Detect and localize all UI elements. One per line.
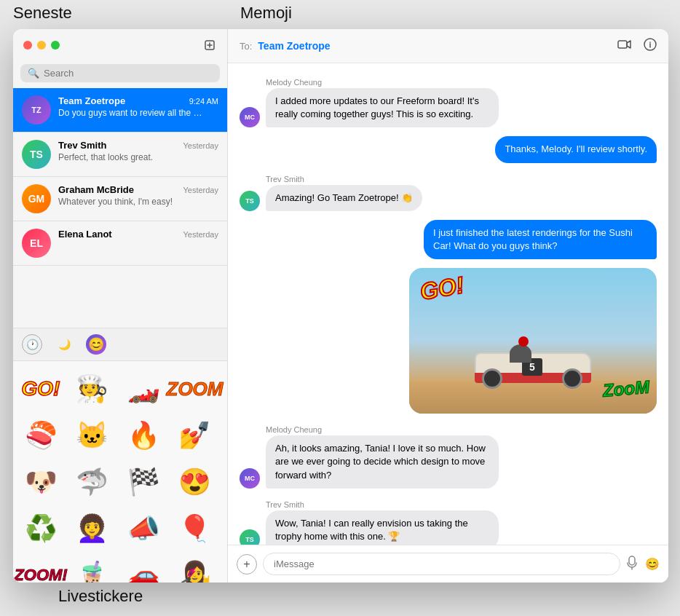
sticker-grid: GO! 🧑‍🍳 🏎️ ZOOM 🍣 🐱: [13, 361, 227, 583]
message-group-5: 5 GO! Zo: [240, 268, 657, 414]
bubble-7: Wow, Tania! I can really envision us tak…: [266, 510, 499, 545]
sticker-recycle[interactable]: ♻️: [19, 507, 63, 550]
chat-title: Team Zoetrope: [258, 40, 330, 52]
msg-row-7: TS Wow, Tania! I can really envision us …: [240, 510, 657, 545]
title-bar: [13, 29, 227, 61]
sticker-flag[interactable]: 🏁: [122, 460, 165, 504]
conversation-item-trev-smith[interactable]: TS Trev Smith Yesterday Perfect, that lo…: [13, 133, 227, 177]
conv-preview-graham-mcbride: Whatever you think, I'm easy!: [58, 197, 204, 207]
sushi-car-image: 5 GO! Zo: [409, 268, 657, 414]
message-group-1: Melody Cheung MC I added more updates to…: [240, 75, 657, 127]
conversation-item-team-zoetrope[interactable]: TZ Team Zoetrope 9:24 AM Do you guys wan…: [13, 88, 227, 133]
conv-time-team-zoetrope: 9:24 AM: [189, 97, 218, 106]
msg-row-3: TS Amazing! Go Team Zoetrope! 👏: [240, 185, 657, 211]
search-input[interactable]: [44, 68, 213, 79]
sticker-racecar[interactable]: 🏎️: [122, 367, 165, 411]
compose-button[interactable]: [202, 38, 217, 52]
sender-name-3: Trev Smith: [266, 175, 304, 183]
sticker-tabs: 🕐 🌙 😊: [13, 328, 227, 361]
msg-row-6: MC Ah, it looks amazing, Tania! I love i…: [240, 435, 657, 489]
search-bar: 🔍: [20, 64, 220, 82]
info-icon[interactable]: [644, 38, 657, 54]
emoji-icon[interactable]: 😊: [645, 557, 660, 571]
conv-time-graham-mcbride: Yesterday: [183, 186, 218, 194]
sticker-zoom[interactable]: ZOOM: [173, 367, 217, 411]
chat-header-right: [617, 38, 657, 54]
to-label: To:: [240, 41, 252, 52]
add-button[interactable]: +: [237, 554, 257, 574]
messages-area: Melody Cheung MC I added more updates to…: [228, 63, 668, 545]
avatar-elena-lanot: EL: [22, 229, 51, 258]
sticker-girl-phone[interactable]: 💅: [173, 414, 217, 457]
conv-name-graham-mcbride: Graham McBride: [58, 184, 134, 195]
sticker-shark[interactable]: 🦈: [71, 460, 114, 504]
sticker-memoji-girl[interactable]: 👩‍🦱: [71, 507, 114, 550]
fullscreen-button[interactable]: [51, 41, 60, 50]
conv-name-trev-smith: Trev Smith: [58, 140, 106, 151]
msg-row-5: 5 GO! Zo: [240, 268, 657, 414]
sticker-car[interactable]: 🚗: [122, 553, 165, 583]
chat-header: To: Team Zoetrope: [228, 29, 668, 63]
bubble-6: Ah, it looks amazing, Tania! I love it s…: [266, 435, 499, 489]
sticker-balloon[interactable]: 🎈: [173, 507, 217, 550]
conv-time-trev-smith: Yesterday: [183, 141, 218, 150]
sticker-sushi[interactable]: 🍣: [19, 414, 63, 457]
bubble-1: I added more updates to our Freeform boa…: [266, 88, 499, 127]
avatar-graham-mcbride: GM: [22, 184, 51, 213]
svg-rect-1: [618, 41, 627, 48]
sticker-dog[interactable]: 🐶: [19, 460, 63, 504]
video-call-icon[interactable]: [617, 39, 632, 52]
sticker-foam-finger[interactable]: 📣: [122, 507, 165, 550]
avatar-mc-6: MC: [240, 468, 260, 489]
sticker-heart-eyes[interactable]: 😍: [173, 460, 217, 504]
msg-row-4: I just finished the latest renderings fo…: [240, 220, 657, 259]
conversation-list: TZ Team Zoetrope 9:24 AM Do you guys wan…: [13, 88, 227, 328]
message-group-3: Trev Smith TS Amazing! Go Team Zoetrope!…: [240, 172, 657, 211]
avatar-team-zoetrope: TZ: [22, 95, 51, 125]
sticker-tab-moon[interactable]: 🌙: [54, 334, 74, 355]
message-group-2: Thanks, Melody. I'll review shortly.: [240, 136, 657, 162]
sticker-fire[interactable]: 🔥: [122, 414, 165, 457]
memoji-label: Memoji: [240, 4, 292, 23]
conv-info-team-zoetrope: Team Zoetrope 9:24 AM Do you guys want t…: [58, 95, 218, 118]
livestickere-label: Livestickere: [58, 587, 143, 606]
sticker-zoom-overlay: ZooM: [602, 376, 650, 400]
sticker-tab-avatar[interactable]: 😊: [86, 334, 106, 355]
search-icon: 🔍: [28, 68, 39, 79]
sticker-boba[interactable]: 🧋: [71, 553, 114, 583]
traffic-lights: [23, 41, 60, 50]
conv-preview-team-zoetrope: Do you guys want to review all the rende…: [58, 108, 204, 118]
message-group-7: Trev Smith TS Wow, Tania! I can really e…: [240, 497, 657, 545]
avatar-ts-3: TS: [240, 191, 260, 211]
sticker-zoom2[interactable]: ZOOM!: [19, 553, 63, 583]
conv-time-elena-lanot: Yesterday: [183, 230, 218, 239]
sushi-car-image-bubble: 5 GO! Zo: [409, 268, 657, 414]
sticker-chef[interactable]: 🧑‍🍳: [71, 367, 114, 411]
svg-rect-3: [629, 556, 635, 565]
conv-info-graham-mcbride: Graham McBride Yesterday Whatever you th…: [58, 184, 218, 207]
minimize-button[interactable]: [37, 41, 46, 50]
sticker-go-overlay: GO!: [418, 272, 466, 306]
audio-icon[interactable]: [626, 556, 638, 573]
input-icons: 😊: [626, 556, 660, 573]
input-area: + 😊: [228, 545, 668, 583]
conv-name-elena-lanot: Elena Lanot: [58, 229, 112, 240]
message-group-6: Melody Cheung MC Ah, it looks amazing, T…: [240, 422, 657, 489]
chat-header-left: To: Team Zoetrope: [240, 40, 331, 52]
conversation-item-graham-mcbride[interactable]: GM Graham McBride Yesterday Whatever you…: [13, 177, 227, 221]
close-button[interactable]: [23, 41, 32, 50]
conversation-item-elena-lanot[interactable]: EL Elena Lanot Yesterday: [13, 221, 227, 266]
bubble-4: I just finished the latest renderings fo…: [424, 220, 657, 259]
conv-info-elena-lanot: Elena Lanot Yesterday: [58, 229, 218, 241]
sticker-go[interactable]: GO!: [19, 367, 63, 411]
sticker-memoji2[interactable]: 👩‍🎤: [173, 553, 217, 583]
seneste-label: Seneste: [13, 4, 72, 23]
sticker-tab-recents[interactable]: 🕐: [22, 334, 42, 355]
app-window: 🔍 TZ Team Zoetrope 9:24 AM Do you guys w…: [13, 29, 668, 583]
sticker-cat[interactable]: 🐱: [71, 414, 114, 457]
sender-name-7: Trev Smith: [266, 500, 304, 509]
sticker-panel: 🕐 🌙 😊 GO! 🧑‍🍳 🏎️: [13, 328, 227, 583]
message-group-4: I just finished the latest renderings fo…: [240, 220, 657, 259]
bubble-2: Thanks, Melody. I'll review shortly.: [495, 136, 657, 162]
message-input[interactable]: [263, 553, 620, 575]
